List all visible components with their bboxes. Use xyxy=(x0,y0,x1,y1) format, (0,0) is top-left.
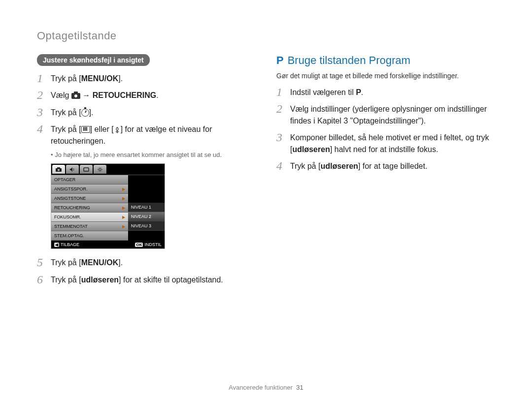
svg-rect-3 xyxy=(84,168,89,171)
camera-menu-list: OPTAGER ANSIGTSSPOR.▶ ANSIGTSTONE▶ RETOU… xyxy=(51,175,128,241)
left-step-3: 3 Tryk på []. xyxy=(37,106,254,119)
left-step-1: 1 Tryk på [MENU/OK]. xyxy=(37,72,254,85)
step-body: Vælg indstillinger (yderligere oplysning… xyxy=(290,102,493,127)
right-column: P Bruge tilstanden Program Gør det mulig… xyxy=(276,54,493,290)
display-tab-icon xyxy=(80,165,93,174)
step-number: 4 xyxy=(37,123,51,135)
step-number: 2 xyxy=(37,89,51,101)
program-mode-icon: P xyxy=(356,88,361,96)
step-body: Tryk på [udløseren] for at skifte til op… xyxy=(51,273,223,286)
camera-menu-screenshot: OPTAGER ANSIGTSSPOR.▶ ANSIGTSTONE▶ RETOU… xyxy=(51,163,165,249)
camera-menu-item: STEM.OPTAG. xyxy=(51,231,128,241)
step-number: 4 xyxy=(276,159,290,172)
camera-submenu: NIVEAU 1 NIVEAU 2 NIVEAU 3 xyxy=(128,175,165,241)
step-number: 3 xyxy=(37,106,51,119)
camera-menu-item-selected: FOKUSOMR.▶ xyxy=(51,213,128,222)
camera-tab-icon xyxy=(52,165,65,174)
step-body: Indstil vælgeren til P. xyxy=(290,86,364,98)
page: Optagetilstande Justere skønhedsfejl i a… xyxy=(0,0,532,401)
left-step-6: 6 Tryk på [udløseren] for at skifte til … xyxy=(37,273,254,286)
right-step-4: 4 Tryk på [udløseren] for at tage billed… xyxy=(276,159,493,172)
step-body: Tryk på []. xyxy=(51,106,94,119)
right-steps: 1 Indstil vælgeren til P. 2 Vælg indstil… xyxy=(276,86,493,173)
columns: Justere skønhedsfejl i ansigtet 1 Tryk p… xyxy=(37,54,502,290)
camera-menu-item: ANSIGTSTONE▶ xyxy=(51,194,128,203)
page-header: Optagetilstande xyxy=(37,30,502,42)
camera-menu-item: ANSIGTSSPOR.▶ xyxy=(51,185,128,194)
camera-sub-item-selected: NIVEAU 2 xyxy=(128,212,165,221)
step-number: 3 xyxy=(276,131,290,144)
right-step-3: 3 Komponer billedet, så hele motivet er … xyxy=(276,131,493,155)
left-steps-cont: 5 Tryk på [MENU/OK]. 6 Tryk på [udløsere… xyxy=(37,256,254,286)
left-step-4: 4 Tryk på [] eller [] for at vælge et ni… xyxy=(37,123,254,147)
left-step-5: 5 Tryk på [MENU/OK]. xyxy=(37,256,254,269)
camera-body: OPTAGER ANSIGTSSPOR.▶ ANSIGTSTONE▶ RETOU… xyxy=(51,175,165,241)
tele-button-icon xyxy=(81,126,90,133)
step-number: 1 xyxy=(37,72,51,85)
svg-rect-1 xyxy=(57,167,60,168)
program-mode-icon: P xyxy=(276,54,284,67)
step-body: Tryk på [MENU/OK]. xyxy=(51,72,123,85)
section-pill: Justere skønhedsfejl i ansigtet xyxy=(37,54,150,66)
left-steps: 1 Tryk på [MENU/OK]. 2 Vælg → RETOUCHERI… xyxy=(37,72,254,147)
right-step-2: 2 Vælg indstillinger (yderligere oplysni… xyxy=(276,102,493,127)
camera-footer-back: ◀TILBAGE xyxy=(54,242,79,247)
left-column: Justere skønhedsfejl i ansigtet 1 Tryk p… xyxy=(37,54,254,290)
camera-menu-item: OPTAGER xyxy=(51,175,128,185)
page-footer: Avancerede funktioner 31 xyxy=(0,384,532,391)
step-body: Vælg → RETOUCHERING. xyxy=(51,89,159,101)
right-step-1: 1 Indstil vælgeren til P. xyxy=(276,86,493,98)
svg-point-4 xyxy=(99,168,101,170)
timer-icon xyxy=(81,109,89,117)
camera-menu-item: STEMMENOTAT▶ xyxy=(51,222,128,231)
step-number: 2 xyxy=(276,102,290,115)
macro-icon xyxy=(114,126,121,133)
camera-tabs xyxy=(51,164,165,175)
step-body: Tryk på [udløseren] for at tage billedet… xyxy=(290,159,428,172)
left-step-2: 2 Vælg → RETOUCHERING. xyxy=(37,89,254,101)
step-body: Tryk på [MENU/OK]. xyxy=(51,256,123,269)
step-number: 1 xyxy=(276,86,290,98)
settings-tab-icon xyxy=(94,165,106,174)
step-body: Tryk på [] eller [] for at vælge et nive… xyxy=(51,123,254,147)
camera-sub-item: NIVEAU 1 xyxy=(128,203,165,212)
step-body: Komponer billedet, så hele motivet er me… xyxy=(290,131,493,155)
svg-point-2 xyxy=(58,169,60,171)
camera-sub-item: NIVEAU 3 xyxy=(128,221,165,231)
camera-menu-item: RETOUCHERING▶ xyxy=(51,203,128,213)
sound-tab-icon xyxy=(66,165,79,174)
step-number: 6 xyxy=(37,273,51,286)
right-subtitle: Gør det muligt at tage et billede med fo… xyxy=(276,72,493,80)
step-number: 5 xyxy=(37,256,51,269)
camera-footer: ◀TILBAGE OKINDSTIL xyxy=(51,241,165,248)
camera-footer-set: OKINDSTIL xyxy=(135,242,162,247)
right-heading: P Bruge tilstanden Program xyxy=(276,54,493,67)
camera-icon xyxy=(71,93,80,99)
note: Jo højere tal, jo mere ensartet kommer a… xyxy=(51,151,254,158)
